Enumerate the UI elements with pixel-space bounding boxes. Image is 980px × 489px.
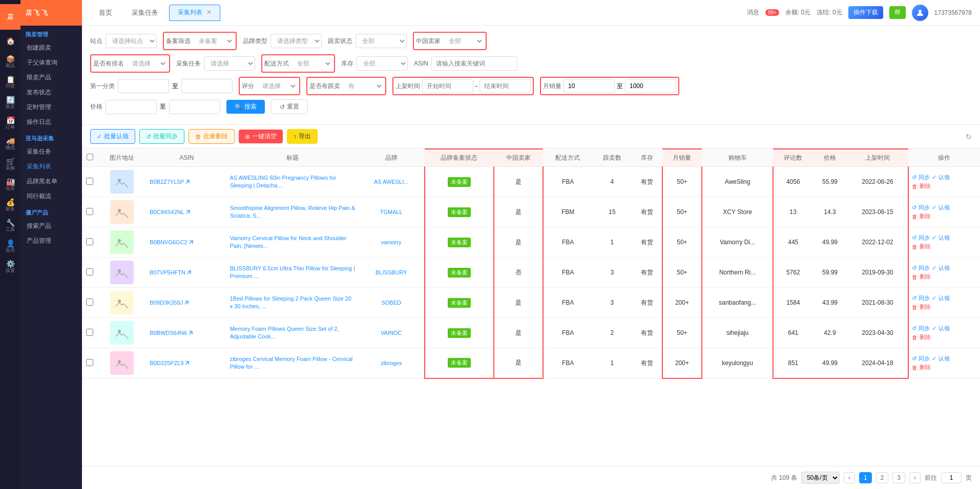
asin-value[interactable]: B0BWDS64N6	[150, 330, 223, 336]
nav-icon-finance[interactable]: 💰 财务	[1, 196, 19, 214]
delete-btn[interactable]: 删除	[920, 333, 931, 341]
sidebar-item-operation-log[interactable]: 操作日志	[20, 115, 82, 130]
sync-btn[interactable]: 同步	[919, 204, 930, 211]
sidebar-item-create-follow[interactable]: 创建跟卖	[20, 40, 82, 55]
ranking-select[interactable]: 请选择	[126, 56, 167, 71]
list-time-end-input[interactable]	[479, 79, 531, 93]
nav-icon-warehouse[interactable]: 🏭 仓库	[1, 175, 19, 194]
sync-btn[interactable]: 同步	[919, 174, 930, 181]
delete-btn[interactable]: 删除	[920, 364, 931, 371]
help-btn[interactable]: 帮	[889, 6, 906, 19]
nav-icon-logistics[interactable]: 🚚 物流	[1, 134, 19, 153]
price-min-input[interactable]	[106, 100, 157, 114]
select-all-checkbox[interactable]	[87, 154, 93, 160]
delete-btn[interactable]: 删除	[920, 303, 931, 311]
product-title[interactable]: Smoothspine Alignment Pillow, Relieve Hi…	[227, 197, 359, 227]
confirm-btn[interactable]: 认领	[939, 204, 950, 211]
beian-select[interactable]: 未备案	[193, 34, 234, 48]
sync-btn[interactable]: 同步	[919, 355, 930, 363]
nav-icon-home[interactable]: 🏠	[1, 32, 19, 50]
asin-input[interactable]	[431, 56, 517, 71]
goto-page-input[interactable]	[941, 472, 962, 483]
asin-value[interactable]: B0D225PZL9	[150, 360, 223, 366]
row-checkbox[interactable]	[86, 208, 93, 215]
delete-btn[interactable]: 删除	[920, 243, 931, 250]
china-seller-select[interactable]: 全部	[443, 34, 484, 48]
delete-btn[interactable]: 删除	[920, 273, 931, 281]
confirm-btn[interactable]: 认领	[939, 294, 950, 302]
sidebar-item-brand-blacklist[interactable]: 品牌黑名单	[20, 174, 82, 189]
row-checkbox[interactable]	[86, 178, 93, 185]
delete-btn[interactable]: 删除	[920, 182, 931, 190]
product-title[interactable]: zibroges Cervical Memory Foam Pillow - C…	[227, 348, 359, 378]
sidebar-item-timing[interactable]: 定时管理	[20, 100, 82, 115]
confirm-btn[interactable]: 认领	[939, 355, 950, 363]
tab-home[interactable]: 首页	[90, 5, 121, 21]
row-checkbox[interactable]	[86, 238, 93, 245]
inventory-select[interactable]: 全部	[357, 56, 408, 71]
asin-value[interactable]: B07VP5HFTN	[150, 269, 223, 275]
sync-btn[interactable]: 同步	[919, 264, 930, 272]
asin-value[interactable]: B0B2Z7YL5P	[150, 179, 223, 185]
asin-value[interactable]: B0C84S42NL	[150, 209, 223, 215]
nav-icon-order[interactable]: 📅 订单	[1, 114, 19, 132]
delivery-select[interactable]: 全部	[291, 56, 332, 71]
nav-icon-settings[interactable]: ⚙️ 设置	[1, 257, 19, 275]
rating-select[interactable]: 请选择	[256, 79, 297, 93]
next-page-btn[interactable]: ›	[909, 472, 921, 483]
page-btn-1[interactable]: 1	[859, 472, 872, 483]
sidebar-item-search-product[interactable]: 搜索产品	[20, 219, 82, 233]
sync-btn[interactable]: 同步	[919, 325, 930, 332]
prev-page-btn[interactable]: ‹	[844, 472, 855, 483]
batch-confirm-btn[interactable]: ✓ 批量认领	[90, 129, 135, 144]
row-checkbox[interactable]	[86, 268, 93, 275]
batch-sync-btn[interactable]: ↺ 批量同步	[139, 129, 184, 144]
nav-icon-products[interactable]: 📦 商品	[1, 52, 19, 71]
sidebar-item-parent-query[interactable]: 子父体查询	[20, 55, 82, 70]
follow-status-select[interactable]: 全部	[356, 34, 407, 48]
confirm-btn[interactable]: 认领	[939, 174, 950, 181]
asin-value[interactable]: B09D3K359J	[150, 300, 223, 306]
sidebar-item-publish-status[interactable]: 发布状态	[20, 85, 82, 100]
first-cat-min-input[interactable]	[118, 79, 169, 93]
page-btn-2[interactable]: 2	[876, 472, 889, 483]
product-title[interactable]: Memory Foam Pillows Queen Size Set of 2,…	[227, 318, 359, 348]
product-title[interactable]: AS AWESLING 60in Pregnancy Pillows for S…	[227, 167, 359, 197]
site-select[interactable]: 请选择站点	[106, 34, 157, 48]
nav-icon-tools[interactable]: 🔧 工具	[1, 216, 19, 235]
has-follow-select[interactable]: 有	[342, 79, 383, 93]
tab-collect-list[interactable]: 采集列表 ✕	[169, 5, 220, 21]
asin-value[interactable]: B0BNVG6GC2	[150, 239, 223, 245]
monthly-sales-min-input[interactable]	[564, 79, 615, 93]
product-title[interactable]: 1Bed Pillows for Sleeping 2 Pack Queen S…	[227, 288, 359, 318]
sync-btn[interactable]: 同步	[919, 234, 930, 242]
page-btn-3[interactable]: 3	[892, 472, 905, 483]
nav-icon-listing[interactable]: 📋 刊登	[1, 73, 19, 91]
collect-task-select[interactable]: 请选择	[204, 56, 255, 71]
first-cat-max-input[interactable]	[181, 79, 233, 93]
tab-collect-task[interactable]: 采集任务	[123, 5, 167, 21]
list-time-start-input[interactable]	[422, 79, 473, 93]
sidebar-item-collect-task[interactable]: 采集任务	[20, 144, 82, 159]
product-title[interactable]: Vamorry Cervical Pillow for Neck and Sho…	[227, 227, 359, 258]
sidebar-item-product-manage[interactable]: 产品管理	[20, 233, 82, 248]
export-btn[interactable]: ↑ 导出	[287, 129, 318, 144]
sidebar-item-competitor-intercept[interactable]: 同行截流	[20, 189, 82, 204]
confirm-btn[interactable]: 认领	[939, 325, 950, 332]
download-plugin-btn[interactable]: 插件下载	[848, 6, 883, 19]
confirm-btn[interactable]: 认领	[939, 264, 950, 272]
brand-type-select[interactable]: 请选择类型	[270, 34, 322, 48]
batch-delete-btn[interactable]: 🗑 批量删除	[189, 129, 235, 144]
product-title[interactable]: BLISSBURY 6.5cm Ultra Thin Pillow for Sl…	[227, 258, 359, 288]
sidebar-item-collect-list[interactable]: 采集列表	[20, 159, 82, 174]
delete-btn[interactable]: 删除	[920, 212, 931, 220]
row-checkbox[interactable]	[86, 329, 93, 336]
user-avatar[interactable]	[912, 5, 928, 21]
row-checkbox[interactable]	[86, 359, 93, 366]
reset-btn[interactable]: ↺ 重置	[271, 99, 308, 114]
refresh-icon[interactable]: ↻	[966, 133, 972, 141]
per-page-select[interactable]: 50条/页	[801, 472, 840, 484]
sidebar-item-restricted-products[interactable]: 限卖产品	[20, 70, 82, 85]
price-max-input[interactable]	[169, 100, 220, 114]
nav-icon-follow[interactable]: 🔄 跟卖	[1, 93, 19, 112]
